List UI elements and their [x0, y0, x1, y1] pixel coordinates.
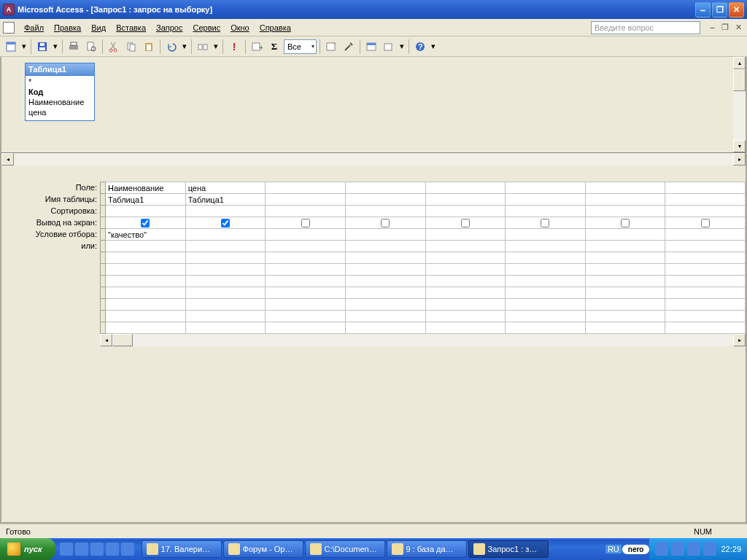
taskbar-task-0[interactable]: 17. Валери…	[142, 540, 222, 558]
grid-cell-or-extra[interactable]	[106, 252, 186, 264]
show-checkbox[interactable]	[621, 219, 630, 228]
grid-cell-criteria[interactable]	[185, 229, 266, 241]
grid-cell-or-extra[interactable]	[106, 276, 186, 287]
show-checkbox[interactable]	[301, 219, 310, 228]
grid-row-selector[interactable]	[101, 276, 106, 287]
grid-cell-or-extra[interactable]	[506, 264, 586, 276]
ql-icon-4[interactable]	[106, 542, 119, 556]
design-grid[interactable]: НаименованиеценаТаблица1Таблица1"качеств…	[100, 182, 746, 334]
view-dropdown[interactable]: ▾	[20, 39, 28, 55]
grid-cell-show[interactable]	[266, 217, 346, 229]
grid-cell-table[interactable]	[665, 194, 746, 206]
grid-scroll-thumb-h[interactable]	[112, 334, 133, 346]
grid-cell-or-extra[interactable]	[585, 252, 665, 264]
new-object-dropdown[interactable]: ▾	[398, 39, 406, 55]
copy-button[interactable]	[123, 39, 139, 55]
undo-dropdown[interactable]: ▾	[181, 39, 188, 55]
grid-cell-sort[interactable]	[106, 206, 186, 217]
menu-help[interactable]: Справка	[255, 22, 296, 34]
save-dropdown[interactable]: ▾	[52, 39, 59, 55]
maximize-button[interactable]: ❐	[712, 2, 727, 18]
grid-cell-or-extra[interactable]	[425, 299, 506, 311]
grid-cell-show[interactable]	[665, 217, 746, 229]
mdi-minimize-button[interactable]: ‒	[706, 23, 718, 33]
show-table-button[interactable]: +	[249, 39, 265, 55]
grid-row-selector[interactable]	[101, 311, 106, 322]
grid-cell-or-extra[interactable]	[106, 322, 186, 334]
source-table-box[interactable]: Таблица1 * Код Наименование цена	[25, 63, 95, 121]
grid-cell-or[interactable]	[106, 241, 186, 252]
grid-cell-or-extra[interactable]	[665, 264, 746, 276]
grid-cell-or[interactable]	[266, 241, 346, 252]
grid-cell-show[interactable]	[585, 217, 665, 229]
grid-cell-field[interactable]	[506, 182, 586, 194]
grid-cell-or-extra[interactable]	[266, 264, 346, 276]
grid-cell-sort[interactable]	[585, 206, 665, 217]
grid-cell-or-extra[interactable]	[506, 299, 586, 311]
grid-cell-field[interactable]	[345, 182, 425, 194]
source-field-1[interactable]: Наименование	[28, 97, 91, 107]
grid-cell-or-extra[interactable]	[585, 276, 665, 287]
grid-cell-or-extra[interactable]	[185, 311, 266, 322]
grid-cell-or[interactable]	[506, 241, 586, 252]
grid-cell-or[interactable]	[185, 241, 266, 252]
grid-scroll-right-button[interactable]: ▸	[733, 334, 746, 346]
grid-cell-or-extra[interactable]	[425, 264, 506, 276]
top-values-combo[interactable]: Все▾	[284, 39, 317, 54]
language-indicator[interactable]: RU	[605, 544, 622, 554]
save-button[interactable]	[34, 39, 50, 55]
grid-cell-or-extra[interactable]	[665, 252, 746, 264]
grid-cell-table[interactable]	[585, 194, 665, 206]
grid-cell-or-extra[interactable]	[425, 276, 506, 287]
scroll-down-button[interactable]: ▾	[733, 140, 746, 152]
grid-cell-or-extra[interactable]	[585, 322, 665, 334]
taskbar-task-3[interactable]: 9 : база да…	[387, 540, 467, 558]
show-checkbox[interactable]	[381, 219, 390, 228]
grid-cell-or-extra[interactable]	[345, 311, 425, 322]
grid-cell-table[interactable]	[266, 194, 346, 206]
grid-row-selector[interactable]	[101, 229, 106, 241]
source-field-0[interactable]: Код	[28, 87, 91, 97]
totals-button[interactable]: Σ	[266, 39, 282, 55]
grid-cell-or-extra[interactable]	[106, 287, 186, 299]
grid-row-selector[interactable]	[101, 264, 106, 276]
grid-cell-or-extra[interactable]	[185, 299, 266, 311]
grid-cell-or-extra[interactable]	[345, 299, 425, 311]
view-button[interactable]	[3, 39, 19, 55]
tray-icon-2[interactable]	[671, 542, 684, 556]
grid-cell-or-extra[interactable]	[506, 287, 586, 299]
grid-scroll-track-h[interactable]	[112, 334, 733, 346]
grid-cell-sort[interactable]	[506, 206, 586, 217]
grid-cell-table[interactable]: Таблица1	[106, 194, 186, 206]
grid-cell-or-extra[interactable]	[185, 322, 266, 334]
menu-edit[interactable]: Правка	[49, 22, 86, 34]
grid-cell-or-extra[interactable]	[266, 287, 346, 299]
tray-icon-4[interactable]	[703, 542, 716, 556]
grid-cell-or-extra[interactable]	[665, 311, 746, 322]
mdi-restore-button[interactable]: ❐	[719, 23, 731, 33]
start-button[interactable]: пуск	[0, 538, 55, 560]
help-search-input[interactable]: Введите вопрос	[591, 21, 700, 34]
grid-cell-or-extra[interactable]	[585, 264, 665, 276]
properties-button[interactable]	[323, 39, 339, 55]
mdi-control-icon[interactable]	[3, 22, 15, 34]
grid-cell-field[interactable]	[585, 182, 665, 194]
grid-cell-or-extra[interactable]	[185, 252, 266, 264]
mdi-close-button[interactable]: ✕	[732, 23, 744, 33]
clock[interactable]: 22:29	[721, 545, 741, 553]
grid-cell-or[interactable]	[665, 241, 746, 252]
grid-cell-or-extra[interactable]	[185, 276, 266, 287]
grid-row-selector[interactable]	[101, 299, 106, 311]
build-button[interactable]	[341, 39, 357, 55]
grid-scroll-left-button[interactable]: ◂	[100, 334, 112, 346]
grid-cell-sort[interactable]	[345, 206, 425, 217]
grid-cell-show[interactable]	[425, 217, 506, 229]
undo-button[interactable]	[163, 39, 179, 55]
grid-cell-or-extra[interactable]	[425, 322, 506, 334]
upper-scroll-left-button[interactable]: ◂	[1, 153, 14, 166]
grid-cell-or-extra[interactable]	[185, 264, 266, 276]
grid-row-selector[interactable]	[101, 252, 106, 264]
grid-cell-show[interactable]	[106, 217, 186, 229]
help-button[interactable]: ?	[412, 39, 428, 55]
grid-cell-or[interactable]	[345, 241, 425, 252]
